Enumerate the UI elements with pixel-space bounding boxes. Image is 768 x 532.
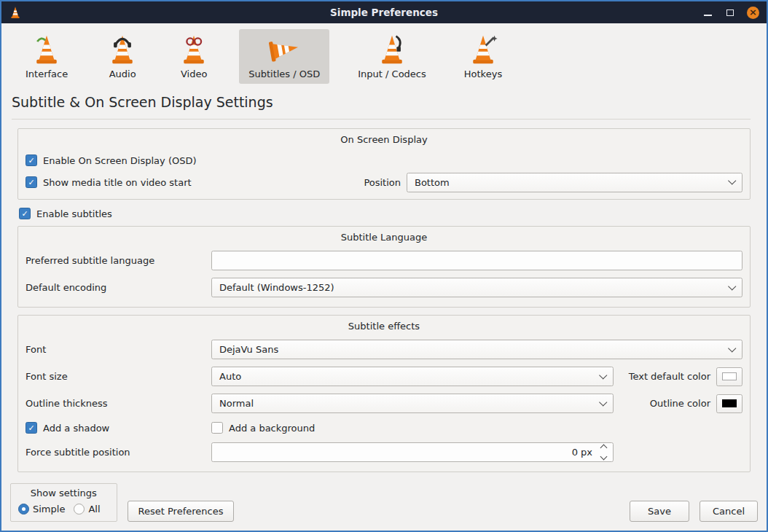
outline-thickness-select[interactable]: Normal — [211, 394, 614, 413]
subtitles-osd-icon — [267, 33, 301, 66]
toolbar-item-label: Input / Codecs — [358, 69, 426, 79]
radio-simple[interactable] — [18, 504, 29, 515]
radio-simple-label: Simple — [33, 504, 65, 515]
font-size-row: Font size Auto Text default color — [26, 363, 742, 390]
text-color-cluster: Text default color — [629, 367, 742, 386]
spinner-buttons — [598, 445, 613, 459]
check-icon: ✓ — [28, 179, 34, 187]
input-codecs-icon — [375, 33, 409, 66]
force-position-label: Force subtitle position — [26, 447, 211, 458]
force-subtitle-position-spinbox[interactable]: 0 px — [211, 442, 614, 462]
toolbar-item-input-codecs[interactable]: Input / Codecs — [348, 29, 436, 84]
spin-up-icon[interactable] — [600, 445, 608, 452]
page-title: Subtitle & On Screen Display Settings — [12, 91, 751, 120]
default-encoding-row: Default encoding Default (Windows-1252) — [26, 274, 742, 301]
position-label: Position — [364, 177, 401, 188]
text-default-color-label: Text default color — [629, 371, 710, 382]
subtitle-language-title: Subtitle Language — [26, 230, 742, 247]
force-position-row: Force subtitle position 0 px — [26, 439, 742, 466]
spin-down-icon[interactable] — [600, 453, 608, 461]
enable-subtitles-label: Enable subtitles — [36, 208, 112, 219]
font-label: Font — [26, 344, 211, 355]
video-icon — [177, 33, 211, 66]
add-shadow-checkbox[interactable]: ✓ — [26, 422, 37, 434]
footer: Show settings Simple All Reset Preferenc… — [1, 477, 767, 531]
close-icon: × — [749, 7, 757, 17]
font-value: DejaVu Sans — [219, 344, 278, 355]
add-background-checkbox[interactable] — [211, 422, 223, 434]
show-settings-options: Simple All — [18, 504, 109, 515]
outline-color-swatch — [722, 399, 737, 407]
outline-color-label: Outline color — [650, 398, 710, 409]
toolbar-item-subtitles-osd[interactable]: Subtitles / OSD — [239, 29, 329, 84]
content: On Screen Display ✓ Enable On Screen Dis… — [1, 120, 767, 477]
preferred-language-label: Preferred subtitle language — [26, 255, 211, 266]
font-size-select[interactable]: Auto — [211, 367, 614, 386]
show-settings-title: Show settings — [18, 488, 109, 504]
close-button[interactable]: × — [747, 7, 759, 19]
toolbar-item-label: Hotkeys — [464, 69, 502, 79]
enable-osd-row: ✓ Enable On Screen Display (OSD) — [26, 149, 742, 171]
preferred-language-row: Preferred subtitle language — [26, 247, 742, 274]
toolbar-item-video[interactable]: Video — [168, 29, 220, 84]
osd-group-title: On Screen Display — [26, 132, 742, 149]
text-default-color-button[interactable] — [716, 367, 742, 386]
font-select[interactable]: DejaVu Sans — [211, 340, 742, 359]
osd-group: On Screen Display ✓ Enable On Screen Dis… — [17, 128, 751, 200]
toolbar-item-interface[interactable]: Interface — [16, 29, 77, 84]
show-settings-group: Show settings Simple All — [10, 483, 117, 522]
audio-icon — [106, 33, 139, 66]
chevron-down-icon — [728, 176, 736, 184]
outline-thickness-row: Outline thickness Normal Outline color — [26, 390, 742, 417]
reset-preferences-button[interactable]: Reset Preferences — [128, 501, 235, 522]
font-size-label: Font size — [26, 371, 211, 382]
chevron-down-icon — [599, 398, 607, 406]
save-button[interactable]: Save — [630, 501, 689, 522]
show-media-title-label: Show media title on video start — [43, 177, 192, 188]
toolbar-item-hotkeys[interactable]: Hotkeys — [455, 29, 512, 84]
check-icon: ✓ — [21, 210, 28, 218]
outline-thickness-value: Normal — [219, 398, 254, 409]
toolbar-item-label: Audio — [109, 69, 136, 79]
media-title-row: ✓ Show media title on video start Positi… — [26, 171, 742, 193]
radio-all-label: All — [88, 504, 100, 515]
page-head: Subtitle & On Screen Display Settings — [1, 85, 767, 120]
check-icon: ✓ — [28, 157, 34, 165]
show-media-title-checkbox[interactable]: ✓ — [26, 176, 37, 188]
vlc-icon — [9, 6, 22, 19]
preferred-language-input[interactable] — [211, 251, 742, 270]
restore-button[interactable] — [724, 7, 736, 18]
subtitle-effects-title: Subtitle effects — [26, 318, 742, 336]
toolbar-item-label: Video — [181, 69, 207, 79]
add-shadow-group: ✓ Add a shadow — [26, 422, 211, 434]
outline-thickness-label: Outline thickness — [26, 398, 211, 409]
enable-osd-label: Enable On Screen Display (OSD) — [43, 155, 197, 166]
enable-osd-checkbox[interactable]: ✓ — [26, 154, 37, 166]
titlebar[interactable]: Simple Preferences × — [1, 1, 767, 23]
interface-icon — [30, 33, 63, 66]
toolbar-item-audio[interactable]: Audio — [96, 29, 149, 84]
cancel-button[interactable]: Cancel — [700, 501, 758, 522]
position-value: Bottom — [415, 177, 450, 188]
force-position-value: 0 px — [212, 447, 598, 458]
add-shadow-label: Add a shadow — [43, 423, 109, 434]
enable-subtitles-checkbox[interactable]: ✓ — [19, 208, 31, 219]
minimize-icon — [704, 15, 712, 16]
toolbar-item-label: Subtitles / OSD — [248, 69, 320, 79]
minimize-button[interactable] — [702, 7, 713, 18]
default-encoding-label: Default encoding — [26, 282, 211, 293]
subtitle-effects-group: Subtitle effects Font DejaVu Sans Font s… — [17, 315, 751, 472]
add-background-group: Add a background — [211, 422, 315, 434]
position-select[interactable]: Bottom — [407, 173, 742, 192]
chevron-down-icon — [599, 371, 607, 379]
window-controls: × — [702, 7, 759, 19]
hotkeys-icon — [466, 33, 500, 66]
add-background-label: Add a background — [229, 423, 315, 434]
category-toolbar: Interface Audio — [1, 23, 767, 85]
restore-icon — [726, 9, 734, 16]
outline-color-button[interactable] — [716, 394, 742, 413]
default-encoding-select[interactable]: Default (Windows-1252) — [211, 278, 742, 297]
chevron-down-icon — [728, 344, 736, 352]
check-icon: ✓ — [28, 424, 34, 432]
radio-all[interactable] — [74, 504, 85, 515]
